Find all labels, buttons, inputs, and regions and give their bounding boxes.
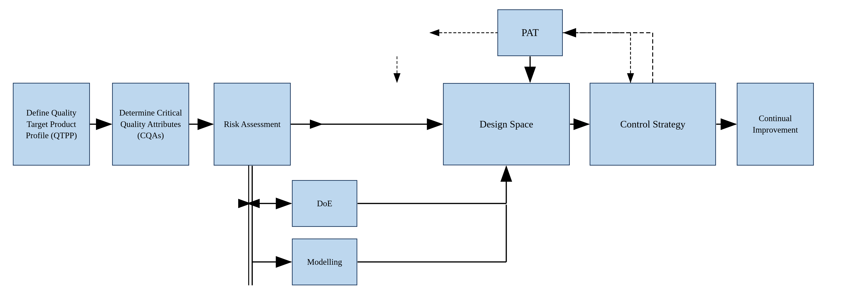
qtpp-box: Define QualityTarget ProductProfile (QTP… bbox=[13, 83, 90, 166]
control-strategy-box: Control Strategy bbox=[590, 83, 716, 166]
modelling-box: Modelling bbox=[292, 239, 357, 285]
risk-assessment-box: Risk Assessment bbox=[214, 83, 291, 166]
pat-box: PAT bbox=[497, 9, 563, 56]
continual-improvement-box: ContinualImprovement bbox=[737, 83, 814, 166]
design-space-label: Design Space bbox=[479, 118, 533, 131]
cqa-box: Determine CriticalQuality Attributes(CQA… bbox=[112, 83, 189, 166]
design-space-box: Design Space bbox=[443, 83, 570, 165]
doe-box: DoE bbox=[292, 180, 357, 227]
control-strategy-label: Control Strategy bbox=[620, 118, 685, 131]
